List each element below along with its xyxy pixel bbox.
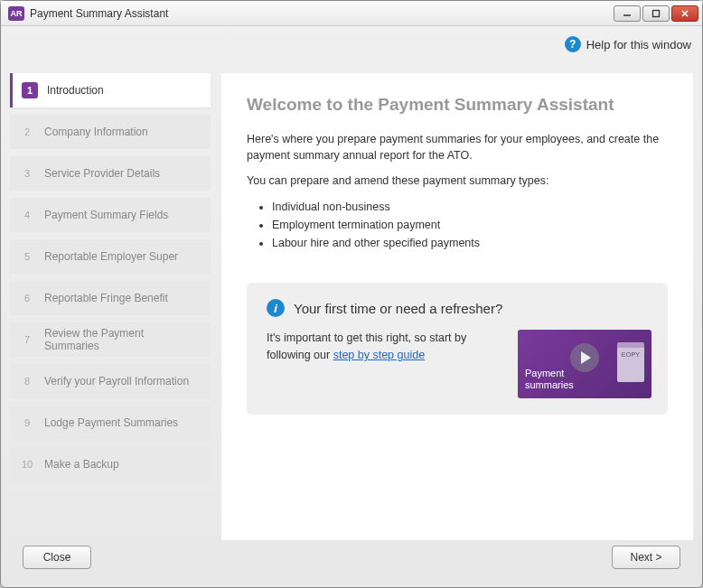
- callout-title: Your first time or need a refresher?: [294, 301, 502, 316]
- step-number: 6: [19, 290, 35, 306]
- step-label: Verify your Payroll Information: [44, 375, 189, 387]
- wizard-step-4[interactable]: 4Payment Summary Fields: [10, 198, 211, 232]
- step-number: 2: [19, 124, 35, 140]
- minimize-button[interactable]: [614, 5, 641, 22]
- summary-types-list: Individual non-businessEmployment termin…: [272, 198, 668, 252]
- wizard-step-2[interactable]: 2Company Information: [10, 115, 211, 149]
- step-label: Payment Summary Fields: [44, 209, 168, 221]
- step-label: Lodge Payment Summaries: [44, 416, 178, 429]
- wizard-step-1[interactable]: 1Introduction: [10, 73, 211, 107]
- step-label: Company Information: [44, 126, 148, 138]
- step-label: Make a Backup: [44, 458, 119, 471]
- step-number: 5: [19, 248, 35, 265]
- info-icon: i: [267, 299, 285, 317]
- maximize-button[interactable]: [642, 5, 670, 22]
- close-window-button[interactable]: [671, 5, 698, 22]
- calendar-icon: [617, 342, 644, 382]
- wizard-step-5[interactable]: 5Reportable Employer Super: [10, 239, 211, 274]
- app-icon: AR: [8, 6, 24, 21]
- step-number: 9: [19, 415, 35, 431]
- help-icon[interactable]: ?: [565, 36, 581, 52]
- step-number: 3: [19, 165, 35, 182]
- intro-paragraph-1: Here's where you prepare payment summari…: [247, 131, 668, 163]
- step-number: 4: [19, 207, 35, 223]
- window-body: ? Help for this window 1Introduction2Com…: [1, 26, 702, 587]
- wizard-step-6[interactable]: 6Reportable Fringe Benefit: [10, 281, 211, 315]
- help-link[interactable]: Help for this window: [586, 38, 691, 51]
- wizard-step-10[interactable]: 10Make a Backup: [10, 447, 211, 481]
- wizard-step-8[interactable]: 8Verify your Payroll Information: [10, 364, 211, 398]
- intro-paragraph-2: You can prepare and amend these payment …: [247, 173, 668, 189]
- wizard-sidebar: 1Introduction2Company Information3Servic…: [10, 73, 211, 540]
- titlebar: AR Payment Summary Assistant: [1, 1, 702, 26]
- wizard-step-9[interactable]: 9Lodge Payment Summaries: [10, 406, 211, 440]
- video-thumbnail[interactable]: Payment summaries: [518, 330, 651, 398]
- step-number: 8: [19, 373, 35, 389]
- footer-bar: Close Next >: [10, 540, 693, 580]
- list-item: Individual non-business: [272, 198, 668, 216]
- step-by-step-guide-link[interactable]: step by step guide: [333, 349, 425, 361]
- app-window: AR Payment Summary Assistant ? Help for …: [0, 0, 703, 588]
- list-item: Labour hire and other specified payments: [272, 234, 668, 252]
- first-time-callout: i Your first time or need a refresher? I…: [247, 283, 668, 415]
- step-label: Review the Payment Summaries: [44, 327, 202, 352]
- list-item: Employment termination payment: [272, 216, 668, 234]
- window-title: Payment Summary Assistant: [30, 7, 168, 20]
- window-controls: [614, 5, 698, 22]
- step-number: 10: [19, 456, 35, 472]
- content-area: 1Introduction2Company Information3Servic…: [10, 57, 693, 540]
- wizard-step-3[interactable]: 3Service Provider Details: [10, 156, 211, 191]
- help-row: ? Help for this window: [10, 32, 693, 57]
- next-button[interactable]: Next >: [612, 546, 680, 569]
- step-label: Service Provider Details: [44, 167, 160, 180]
- step-label: Reportable Employer Super: [44, 250, 178, 263]
- step-number: 7: [19, 331, 35, 348]
- step-label: Reportable Fringe Benefit: [44, 292, 168, 304]
- page-heading: Welcome to the Payment Summary Assistant: [247, 95, 668, 115]
- step-label: Introduction: [47, 84, 104, 97]
- video-caption: Payment summaries: [525, 368, 574, 391]
- wizard-step-7[interactable]: 7Review the Payment Summaries: [10, 322, 211, 357]
- main-panel: Welcome to the Payment Summary Assistant…: [221, 73, 693, 540]
- step-number: 1: [22, 82, 38, 98]
- svg-rect-1: [653, 10, 660, 16]
- play-icon: [570, 343, 599, 372]
- close-button[interactable]: Close: [23, 546, 91, 569]
- callout-text: It's important to get this right, so sta…: [267, 330, 501, 364]
